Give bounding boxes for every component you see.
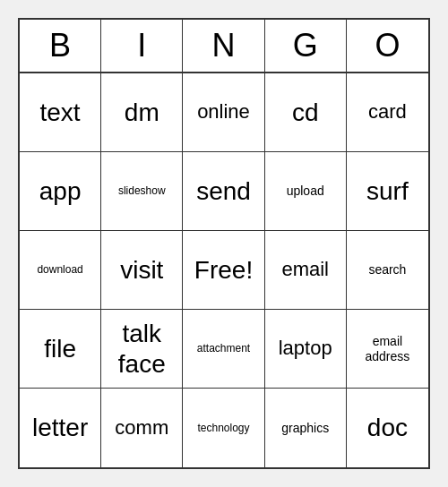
cell-18: laptop [265,310,347,389]
cell-text-16: talkface [118,319,166,379]
cell-19: emailaddress [347,310,428,389]
cell-5: app [20,152,101,231]
cell-11: visit [101,231,183,310]
cell-1: dm [101,73,183,152]
cell-15: file [20,310,101,389]
cell-2: online [183,73,264,152]
cell-14: search [347,231,428,310]
cell-text-11: visit [120,255,163,286]
cell-13: email [265,231,347,310]
cell-text-18: laptop [279,337,332,360]
cell-text-10: download [37,263,82,276]
cell-text-6: slideshow [118,184,166,197]
cell-text-7: send [196,176,251,207]
cell-7: send [183,152,264,231]
bingo-grid: textdmonlinecdcardappslideshowsendupload… [20,73,428,467]
cell-text-17: attachment [197,342,250,355]
cell-text-3: cd [292,98,319,128]
cell-20: letter [20,389,101,467]
cell-text-20: letter [32,413,88,443]
cell-16: talkface [101,310,183,389]
cell-text-21: comm [115,416,168,440]
cell-text-8: upload [287,184,324,199]
cell-text-19: emailaddress [365,334,409,364]
bingo-header: BINGO [20,20,428,73]
cell-text-4: card [368,100,407,124]
cell-text-14: search [368,262,406,278]
cell-text-5: app [39,176,82,207]
bingo-card: BINGO textdmonlinecdcardappslideshowsend… [18,18,430,469]
cell-text-1: dm [125,98,159,128]
cell-text-24: doc [367,413,408,443]
cell-text-13: email [281,258,329,281]
cell-23: graphics [265,389,347,467]
cell-text-9: surf [366,176,409,207]
cell-12: Free! [183,231,264,310]
header-G: G [265,20,347,72]
cell-9: surf [347,152,428,231]
cell-8: upload [265,152,347,231]
cell-text-12: Free! [194,255,253,286]
cell-22: technology [183,389,264,467]
cell-text-23: graphics [281,421,329,436]
cell-text-15: file [44,334,76,364]
header-I: I [101,20,183,72]
cell-text-22: technology [197,422,249,434]
cell-6: slideshow [101,152,183,231]
cell-4: card [347,73,428,152]
cell-3: cd [265,73,347,152]
header-B: B [20,20,101,72]
cell-17: attachment [183,310,264,389]
cell-21: comm [101,389,183,467]
cell-0: text [20,73,101,152]
header-N: N [183,20,264,72]
cell-10: download [20,231,101,310]
header-O: O [347,20,428,72]
cell-text-0: text [40,98,81,128]
cell-24: doc [347,389,428,467]
cell-text-2: online [197,100,250,124]
